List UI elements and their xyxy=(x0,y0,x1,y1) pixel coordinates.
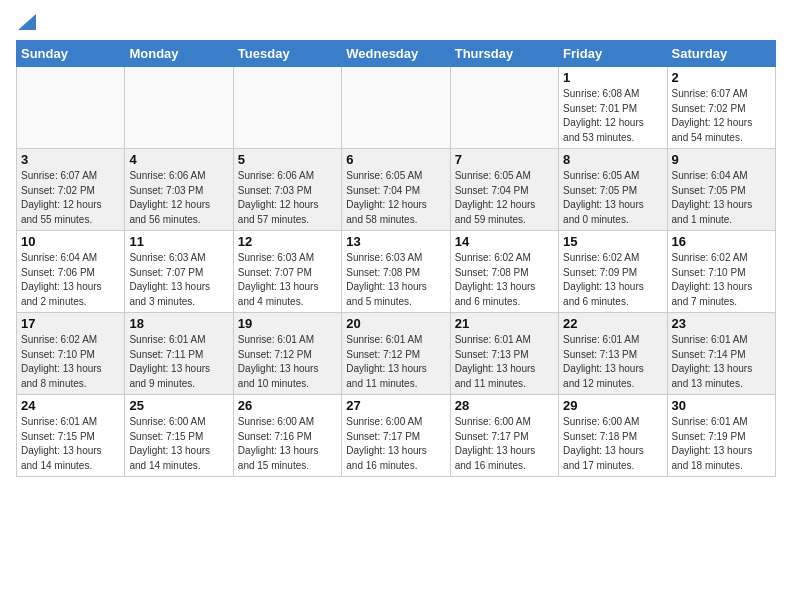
weekday-header-thursday: Thursday xyxy=(450,41,558,67)
logo-icon xyxy=(18,14,36,30)
day-info: Sunrise: 6:02 AM Sunset: 7:08 PM Dayligh… xyxy=(455,251,554,309)
day-info: Sunrise: 6:01 AM Sunset: 7:13 PM Dayligh… xyxy=(563,333,662,391)
day-info: Sunrise: 6:02 AM Sunset: 7:10 PM Dayligh… xyxy=(672,251,771,309)
calendar-cell: 14Sunrise: 6:02 AM Sunset: 7:08 PM Dayli… xyxy=(450,231,558,313)
day-info: Sunrise: 6:01 AM Sunset: 7:14 PM Dayligh… xyxy=(672,333,771,391)
calendar-week-row: 10Sunrise: 6:04 AM Sunset: 7:06 PM Dayli… xyxy=(17,231,776,313)
calendar-cell xyxy=(233,67,341,149)
day-info: Sunrise: 6:03 AM Sunset: 7:08 PM Dayligh… xyxy=(346,251,445,309)
calendar-cell: 12Sunrise: 6:03 AM Sunset: 7:07 PM Dayli… xyxy=(233,231,341,313)
calendar-cell: 9Sunrise: 6:04 AM Sunset: 7:05 PM Daylig… xyxy=(667,149,775,231)
calendar-cell: 1Sunrise: 6:08 AM Sunset: 7:01 PM Daylig… xyxy=(559,67,667,149)
day-number: 16 xyxy=(672,234,771,249)
calendar-cell xyxy=(17,67,125,149)
calendar-week-row: 24Sunrise: 6:01 AM Sunset: 7:15 PM Dayli… xyxy=(17,395,776,477)
calendar-cell: 28Sunrise: 6:00 AM Sunset: 7:17 PM Dayli… xyxy=(450,395,558,477)
day-info: Sunrise: 6:00 AM Sunset: 7:18 PM Dayligh… xyxy=(563,415,662,473)
day-info: Sunrise: 6:00 AM Sunset: 7:17 PM Dayligh… xyxy=(346,415,445,473)
calendar-cell: 11Sunrise: 6:03 AM Sunset: 7:07 PM Dayli… xyxy=(125,231,233,313)
day-info: Sunrise: 6:01 AM Sunset: 7:15 PM Dayligh… xyxy=(21,415,120,473)
calendar-cell xyxy=(125,67,233,149)
day-number: 19 xyxy=(238,316,337,331)
calendar-cell: 25Sunrise: 6:00 AM Sunset: 7:15 PM Dayli… xyxy=(125,395,233,477)
day-info: Sunrise: 6:05 AM Sunset: 7:04 PM Dayligh… xyxy=(346,169,445,227)
day-number: 4 xyxy=(129,152,228,167)
calendar-cell: 22Sunrise: 6:01 AM Sunset: 7:13 PM Dayli… xyxy=(559,313,667,395)
calendar: SundayMondayTuesdayWednesdayThursdayFrid… xyxy=(16,40,776,477)
weekday-header-friday: Friday xyxy=(559,41,667,67)
day-info: Sunrise: 6:02 AM Sunset: 7:09 PM Dayligh… xyxy=(563,251,662,309)
calendar-cell: 21Sunrise: 6:01 AM Sunset: 7:13 PM Dayli… xyxy=(450,313,558,395)
day-number: 30 xyxy=(672,398,771,413)
weekday-header-sunday: Sunday xyxy=(17,41,125,67)
calendar-week-row: 1Sunrise: 6:08 AM Sunset: 7:01 PM Daylig… xyxy=(17,67,776,149)
day-number: 14 xyxy=(455,234,554,249)
day-number: 3 xyxy=(21,152,120,167)
day-number: 2 xyxy=(672,70,771,85)
day-info: Sunrise: 6:01 AM Sunset: 7:12 PM Dayligh… xyxy=(238,333,337,391)
day-number: 5 xyxy=(238,152,337,167)
calendar-cell xyxy=(450,67,558,149)
day-number: 24 xyxy=(21,398,120,413)
svg-marker-0 xyxy=(18,14,36,30)
day-info: Sunrise: 6:05 AM Sunset: 7:04 PM Dayligh… xyxy=(455,169,554,227)
calendar-cell: 16Sunrise: 6:02 AM Sunset: 7:10 PM Dayli… xyxy=(667,231,775,313)
day-number: 21 xyxy=(455,316,554,331)
weekday-header-row: SundayMondayTuesdayWednesdayThursdayFrid… xyxy=(17,41,776,67)
day-info: Sunrise: 6:03 AM Sunset: 7:07 PM Dayligh… xyxy=(238,251,337,309)
day-number: 17 xyxy=(21,316,120,331)
day-info: Sunrise: 6:01 AM Sunset: 7:11 PM Dayligh… xyxy=(129,333,228,391)
day-info: Sunrise: 6:07 AM Sunset: 7:02 PM Dayligh… xyxy=(672,87,771,145)
day-number: 12 xyxy=(238,234,337,249)
calendar-cell: 13Sunrise: 6:03 AM Sunset: 7:08 PM Dayli… xyxy=(342,231,450,313)
calendar-cell: 17Sunrise: 6:02 AM Sunset: 7:10 PM Dayli… xyxy=(17,313,125,395)
day-info: Sunrise: 6:07 AM Sunset: 7:02 PM Dayligh… xyxy=(21,169,120,227)
day-number: 29 xyxy=(563,398,662,413)
day-info: Sunrise: 6:02 AM Sunset: 7:10 PM Dayligh… xyxy=(21,333,120,391)
day-info: Sunrise: 6:06 AM Sunset: 7:03 PM Dayligh… xyxy=(129,169,228,227)
calendar-cell: 2Sunrise: 6:07 AM Sunset: 7:02 PM Daylig… xyxy=(667,67,775,149)
day-info: Sunrise: 6:04 AM Sunset: 7:05 PM Dayligh… xyxy=(672,169,771,227)
calendar-cell: 23Sunrise: 6:01 AM Sunset: 7:14 PM Dayli… xyxy=(667,313,775,395)
page: SundayMondayTuesdayWednesdayThursdayFrid… xyxy=(0,0,792,487)
calendar-cell: 27Sunrise: 6:00 AM Sunset: 7:17 PM Dayli… xyxy=(342,395,450,477)
header xyxy=(16,10,776,34)
calendar-week-row: 3Sunrise: 6:07 AM Sunset: 7:02 PM Daylig… xyxy=(17,149,776,231)
day-info: Sunrise: 6:06 AM Sunset: 7:03 PM Dayligh… xyxy=(238,169,337,227)
calendar-cell: 6Sunrise: 6:05 AM Sunset: 7:04 PM Daylig… xyxy=(342,149,450,231)
day-number: 8 xyxy=(563,152,662,167)
weekday-header-tuesday: Tuesday xyxy=(233,41,341,67)
weekday-header-monday: Monday xyxy=(125,41,233,67)
calendar-cell: 19Sunrise: 6:01 AM Sunset: 7:12 PM Dayli… xyxy=(233,313,341,395)
day-number: 27 xyxy=(346,398,445,413)
day-number: 28 xyxy=(455,398,554,413)
day-number: 11 xyxy=(129,234,228,249)
calendar-cell: 4Sunrise: 6:06 AM Sunset: 7:03 PM Daylig… xyxy=(125,149,233,231)
calendar-cell: 29Sunrise: 6:00 AM Sunset: 7:18 PM Dayli… xyxy=(559,395,667,477)
day-info: Sunrise: 6:03 AM Sunset: 7:07 PM Dayligh… xyxy=(129,251,228,309)
calendar-week-row: 17Sunrise: 6:02 AM Sunset: 7:10 PM Dayli… xyxy=(17,313,776,395)
calendar-cell: 18Sunrise: 6:01 AM Sunset: 7:11 PM Dayli… xyxy=(125,313,233,395)
day-number: 6 xyxy=(346,152,445,167)
day-number: 9 xyxy=(672,152,771,167)
calendar-cell: 7Sunrise: 6:05 AM Sunset: 7:04 PM Daylig… xyxy=(450,149,558,231)
day-info: Sunrise: 6:00 AM Sunset: 7:16 PM Dayligh… xyxy=(238,415,337,473)
day-number: 18 xyxy=(129,316,228,331)
day-number: 20 xyxy=(346,316,445,331)
calendar-cell: 15Sunrise: 6:02 AM Sunset: 7:09 PM Dayli… xyxy=(559,231,667,313)
calendar-cell: 3Sunrise: 6:07 AM Sunset: 7:02 PM Daylig… xyxy=(17,149,125,231)
weekday-header-saturday: Saturday xyxy=(667,41,775,67)
calendar-cell: 8Sunrise: 6:05 AM Sunset: 7:05 PM Daylig… xyxy=(559,149,667,231)
day-number: 7 xyxy=(455,152,554,167)
calendar-cell: 30Sunrise: 6:01 AM Sunset: 7:19 PM Dayli… xyxy=(667,395,775,477)
weekday-header-wednesday: Wednesday xyxy=(342,41,450,67)
day-info: Sunrise: 6:05 AM Sunset: 7:05 PM Dayligh… xyxy=(563,169,662,227)
day-info: Sunrise: 6:01 AM Sunset: 7:13 PM Dayligh… xyxy=(455,333,554,391)
day-number: 26 xyxy=(238,398,337,413)
day-number: 25 xyxy=(129,398,228,413)
day-info: Sunrise: 6:08 AM Sunset: 7:01 PM Dayligh… xyxy=(563,87,662,145)
calendar-cell: 26Sunrise: 6:00 AM Sunset: 7:16 PM Dayli… xyxy=(233,395,341,477)
calendar-cell: 20Sunrise: 6:01 AM Sunset: 7:12 PM Dayli… xyxy=(342,313,450,395)
day-info: Sunrise: 6:00 AM Sunset: 7:15 PM Dayligh… xyxy=(129,415,228,473)
calendar-cell xyxy=(342,67,450,149)
